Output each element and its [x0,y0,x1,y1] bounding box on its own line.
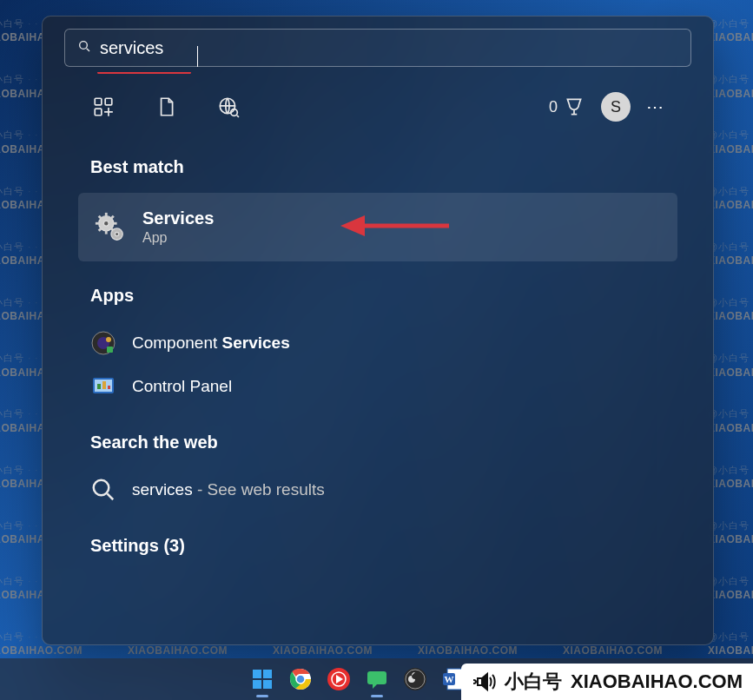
svg-rect-34 [263,670,272,678]
app-result-control-panel[interactable]: Control Panel [90,365,665,408]
svg-text:W: W [444,674,453,684]
section-apps-header: Apps [90,286,665,306]
section-best-match-header: Best match [90,157,665,177]
svg-point-0 [80,42,88,50]
component-services-icon [90,330,116,356]
svg-line-32 [107,493,113,499]
svg-line-1 [87,49,89,51]
svg-rect-43 [367,671,386,684]
svg-rect-25 [107,347,113,353]
filter-apps-icon[interactable] [90,94,116,120]
svg-line-16 [99,228,102,230]
app-result-component-services[interactable]: Component Services [90,321,665,365]
web-result-label: services - See web results [132,480,325,499]
svg-rect-4 [95,109,102,116]
search-icon [90,477,116,503]
best-match-title: Services [142,208,214,228]
control-panel-icon [90,373,116,400]
best-match-subtitle: App [142,230,214,246]
spellcheck-underline [97,71,191,74]
user-avatar[interactable]: S [601,92,631,122]
section-web-header: Search the web [90,433,665,452]
filter-web-icon[interactable] [215,94,241,120]
badge-domain-text: XIAOBAIHAO.COM [571,670,743,693]
taskbar-chat-icon[interactable] [364,666,390,692]
svg-point-19 [116,232,119,235]
search-filter-row: 0 S ⋯ [43,81,713,133]
svg-rect-2 [95,98,102,105]
web-search-result[interactable]: services - See web results [90,468,665,512]
svg-rect-28 [97,384,101,389]
rewards-indicator[interactable]: 0 [549,96,585,118]
search-results-area: Best match Services App [43,157,713,556]
text-caret [197,46,198,67]
search-input[interactable] [100,38,678,58]
filter-documents-icon[interactable] [153,94,179,120]
more-options-button[interactable]: ⋯ [646,96,665,117]
windows-search-flyout: 0 S ⋯ Best match Services [42,16,714,645]
search-row [64,29,691,67]
badge-cn-text: 小白号 [505,669,562,695]
svg-marker-53 [482,674,487,690]
taskbar-youtube-music-icon[interactable] [326,666,352,692]
svg-line-17 [111,215,114,218]
svg-point-31 [94,480,109,496]
svg-rect-33 [253,670,261,678]
svg-marker-21 [340,215,365,236]
best-match-result[interactable]: Services App [78,193,677,261]
speaker-icon [472,670,496,694]
annotation-arrow [340,208,453,247]
taskbar-obs-icon[interactable] [402,666,428,692]
svg-point-9 [103,221,109,226]
app-result-label: Component Services [132,333,290,353]
rewards-count: 0 [549,98,558,116]
app-result-label: Control Panel [132,377,232,396]
taskbar-start-button[interactable] [249,666,275,692]
svg-point-24 [106,337,111,342]
search-box[interactable] [64,29,691,67]
svg-rect-30 [108,386,110,389]
svg-rect-3 [105,98,112,105]
avatar-initial: S [611,98,621,116]
svg-line-14 [99,215,102,218]
taskbar-chrome-icon[interactable] [287,666,314,692]
svg-rect-36 [263,680,272,689]
services-gear-icon [94,211,127,244]
section-settings-header: Settings (3) [90,536,665,556]
svg-rect-35 [253,680,261,689]
svg-rect-29 [102,381,106,389]
watermark-badge: 小白号 XIAOBAIHAO.COM [461,664,753,700]
svg-line-7 [237,116,239,117]
search-icon [77,39,91,56]
